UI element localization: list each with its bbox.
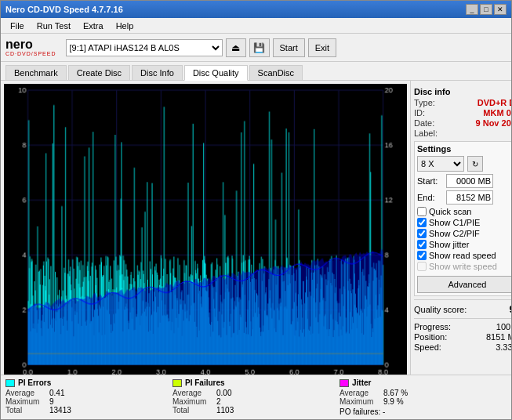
progress-section: Progress: 100 % Position: 8151 MB Speed:… — [414, 318, 511, 352]
jitter-label: Jitter — [352, 378, 371, 387]
disc-date-label: Date: — [414, 118, 434, 128]
disc-date-row: Date: 9 Nov 2020 — [414, 118, 511, 128]
jitter-max-label: Maximum — [340, 397, 380, 406]
show-c2-checkbox[interactable] — [417, 229, 427, 238]
pi-errors-max-row: Maximum 9 — [5, 397, 172, 406]
maximize-button[interactable]: □ — [480, 4, 492, 15]
menu-bar: File Run Test Extra Help — [1, 18, 511, 34]
nero-logo-subtitle: CD·DVD/SPEED — [5, 51, 56, 56]
menu-extra[interactable]: Extra — [77, 20, 110, 32]
po-failures-value: - — [383, 407, 385, 416]
quick-scan-label: Quick scan — [429, 207, 471, 216]
jitter-color-box — [340, 379, 349, 387]
po-failures-row: PO failures: - — [340, 407, 507, 416]
quick-scan-checkbox[interactable] — [417, 207, 427, 216]
show-jitter-checkbox[interactable] — [417, 240, 427, 249]
tab-scan-disc[interactable]: ScanDisc — [249, 65, 303, 80]
position-value: 8151 MB — [486, 332, 511, 342]
speed-value: 3.33 X — [496, 342, 511, 352]
stats-area: PI Errors Average 0.41 Maximum 9 Total 1… — [1, 375, 511, 419]
pi-errors-avg-row: Average 0.41 — [5, 389, 172, 397]
refresh-button[interactable]: ↻ — [467, 156, 483, 172]
speed-selector[interactable]: 8 X Max 1 X 2 X 4 X 16 X — [417, 156, 464, 172]
speed-row: 8 X Max 1 X 2 X 4 X 16 X ↻ — [417, 156, 511, 172]
main-window: Nero CD-DVD Speed 4.7.7.16 _ □ ✕ File Ru… — [0, 0, 512, 420]
jitter-max-value: 9.9 % — [383, 397, 404, 406]
pi-errors-label: PI Errors — [18, 378, 51, 387]
start-mb-row: Start: — [417, 174, 511, 188]
show-read-speed-checkbox[interactable] — [417, 251, 427, 260]
show-write-speed-checkbox — [417, 262, 427, 271]
show-write-speed-label: Show write speed — [429, 262, 497, 271]
settings-panel: Settings 8 X Max 1 X 2 X 4 X 16 X ↻ Star… — [414, 141, 511, 296]
advanced-button[interactable]: Advanced — [417, 276, 511, 293]
menu-file[interactable]: File — [4, 20, 31, 32]
pi-failures-max-label: Maximum — [172, 397, 213, 406]
exit-button[interactable]: Exit — [308, 38, 336, 57]
tab-benchmark[interactable]: Benchmark — [5, 65, 67, 80]
eject-icon-button[interactable]: ⏏ — [226, 38, 246, 57]
pi-failures-total-label: Total — [172, 406, 213, 415]
tab-disc-info[interactable]: Disc Info — [132, 65, 183, 80]
disc-info-title: Disc info — [414, 87, 511, 96]
disc-id-row: ID: MKM 003 — [414, 108, 511, 118]
show-c2-label: Show C2/PIF — [429, 229, 480, 238]
minimize-button[interactable]: _ — [466, 4, 478, 15]
jitter-group: Jitter Average 8.67 % Maximum 9.9 % PO f… — [340, 378, 507, 416]
disc-date-value: 9 Nov 2020 — [476, 118, 511, 128]
pi-failures-header: PI Failures — [172, 378, 340, 387]
quality-score-label: Quality score: — [414, 305, 467, 314]
show-read-speed-label: Show read speed — [429, 251, 496, 260]
pi-errors-color-box — [5, 379, 15, 387]
pi-failures-avg-row: Average 0.00 — [172, 389, 340, 397]
charts-area — [1, 81, 410, 375]
disc-id-value: MKM 003 — [483, 108, 511, 118]
po-failures-label: PO failures: — [340, 407, 380, 416]
toolbar: nero CD·DVD/SPEED [9:1] ATAPI iHAS124 B … — [1, 34, 511, 62]
start-label: Start: — [417, 176, 445, 186]
tab-disc-quality[interactable]: Disc Quality — [184, 65, 248, 81]
end-input[interactable] — [446, 190, 493, 205]
show-c1-label: Show C1/PIE — [429, 218, 480, 227]
quick-scan-row: Quick scan — [417, 207, 511, 216]
quality-score-value: 95 — [510, 303, 511, 315]
close-button[interactable]: ✕ — [494, 4, 507, 15]
jitter-avg-row: Average 8.67 % — [340, 389, 507, 397]
speed-label: Speed: — [414, 342, 441, 352]
end-mb-row: End: — [417, 190, 511, 205]
progress-label: Progress: — [414, 322, 451, 331]
start-input[interactable] — [446, 174, 493, 188]
tabs-bar: Benchmark Create Disc Disc Info Disc Qua… — [1, 62, 511, 81]
progress-value: 100 % — [496, 322, 511, 331]
quality-score-section: Quality score: 95 — [414, 299, 511, 315]
menu-run-test[interactable]: Run Test — [31, 20, 77, 32]
window-title: Nero CD-DVD Speed 4.7.7.16 — [5, 5, 123, 14]
quality-score-row: Quality score: 95 — [414, 303, 511, 315]
pi-failures-label: PI Failures — [185, 378, 225, 387]
pi-errors-header: PI Errors — [5, 378, 172, 387]
pi-failures-avg-value: 0.00 — [216, 389, 231, 397]
disc-id-label: ID: — [414, 108, 425, 118]
settings-title: Settings — [417, 144, 511, 154]
menu-help[interactable]: Help — [110, 20, 140, 32]
position-row: Position: 8151 MB — [414, 332, 511, 342]
tab-create-disc[interactable]: Create Disc — [68, 65, 130, 80]
disc-label-row: Label: - — [414, 129, 511, 138]
progress-row: Progress: 100 % — [414, 322, 511, 331]
pi-errors-max-label: Maximum — [5, 397, 46, 406]
start-button[interactable]: Start — [273, 38, 305, 57]
drive-selector[interactable]: [9:1] ATAPI iHAS124 B AL0S — [66, 39, 223, 56]
pi-failures-avg-label: Average — [172, 389, 213, 397]
show-jitter-label: Show jitter — [429, 240, 469, 249]
pi-failures-max-value: 2 — [216, 397, 221, 406]
jitter-avg-label: Average — [340, 389, 380, 397]
show-c1-row: Show C1/PIE — [417, 218, 511, 227]
show-c1-checkbox[interactable] — [417, 218, 427, 227]
pi-errors-total-value: 13413 — [49, 406, 71, 415]
top-chart — [4, 84, 407, 375]
pi-failures-color-box — [172, 379, 182, 387]
pi-errors-avg-label: Average — [5, 389, 46, 397]
save-icon-button[interactable]: 💾 — [249, 38, 270, 57]
right-panel: Disc info Type: DVD+R DL ID: MKM 003 Dat… — [410, 81, 511, 375]
pi-failures-max-row: Maximum 2 — [172, 397, 340, 406]
